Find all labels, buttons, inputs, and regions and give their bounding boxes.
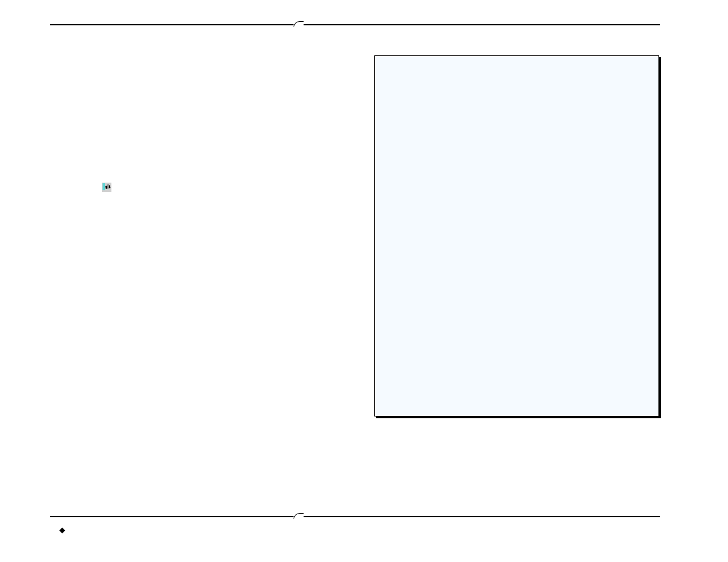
footer-rule-right [304,516,660,517]
header-rule-curve [294,21,304,27]
footer-rule-left [50,516,294,517]
bullet-diamond-icon [60,528,65,534]
footer-rule-curve [294,513,304,519]
page-icon [102,183,111,192]
content-panel [374,55,659,416]
header-rule-left [50,24,294,25]
header-rule-right [304,24,660,25]
